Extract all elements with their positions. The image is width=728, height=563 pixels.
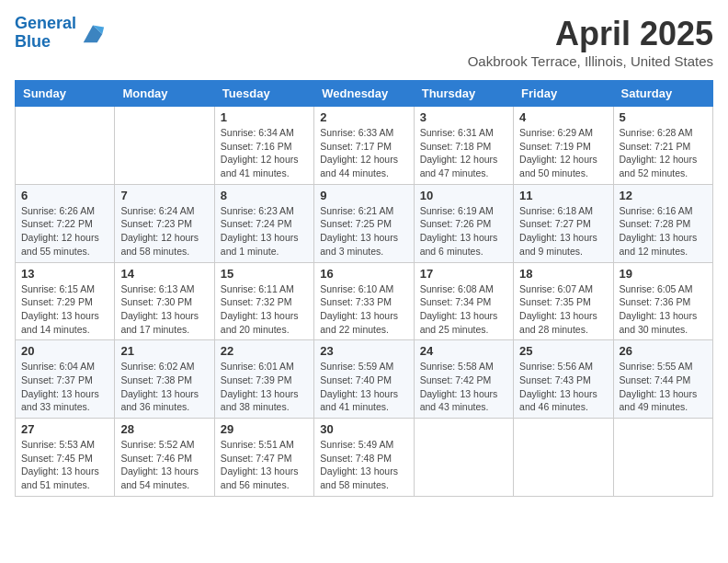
- day-detail: Sunrise: 5:53 AMSunset: 7:45 PMDaylight:…: [21, 438, 108, 492]
- day-number: 9: [320, 189, 407, 202]
- week-row-2: 6Sunrise: 6:26 AMSunset: 7:22 PMDaylight…: [16, 184, 713, 262]
- day-detail: Sunrise: 6:02 AMSunset: 7:38 PMDaylight:…: [120, 360, 208, 414]
- calendar-cell: 18Sunrise: 6:07 AMSunset: 7:35 PMDayligh…: [514, 262, 613, 340]
- day-number: 11: [519, 189, 607, 202]
- calendar-cell: [514, 419, 613, 497]
- day-detail: Sunrise: 6:04 AMSunset: 7:37 PMDaylight:…: [21, 360, 108, 414]
- day-number: 13: [21, 267, 108, 281]
- weekday-header-thursday: Thursday: [414, 81, 513, 107]
- subtitle: Oakbrook Terrace, Illinois, United State…: [468, 53, 713, 69]
- day-number: 23: [320, 344, 407, 358]
- calendar-cell: 14Sunrise: 6:13 AMSunset: 7:30 PMDayligh…: [115, 262, 214, 340]
- calendar-cell: 22Sunrise: 6:01 AMSunset: 7:39 PMDayligh…: [214, 340, 313, 419]
- day-detail: Sunrise: 6:05 AMSunset: 7:36 PMDaylight:…: [620, 282, 707, 337]
- calendar-cell: 6Sunrise: 6:26 AMSunset: 7:22 PMDaylight…: [16, 184, 115, 262]
- day-number: 5: [620, 110, 707, 124]
- week-row-1: 1Sunrise: 6:34 AMSunset: 7:16 PMDaylight…: [16, 107, 713, 185]
- day-detail: Sunrise: 6:34 AMSunset: 7:16 PMDaylight:…: [221, 126, 308, 180]
- day-detail: Sunrise: 6:11 AMSunset: 7:32 PMDaylight:…: [221, 282, 308, 337]
- calendar-cell: [414, 419, 513, 497]
- day-detail: Sunrise: 6:21 AMSunset: 7:25 PMDaylight:…: [320, 204, 407, 259]
- day-detail: Sunrise: 6:10 AMSunset: 7:33 PMDaylight:…: [320, 282, 407, 337]
- day-number: 4: [519, 110, 607, 124]
- calendar-cell: 21Sunrise: 6:02 AMSunset: 7:38 PMDayligh…: [115, 340, 214, 419]
- day-number: 26: [620, 344, 707, 358]
- day-number: 24: [420, 344, 507, 358]
- day-detail: Sunrise: 6:08 AMSunset: 7:34 PMDaylight:…: [420, 282, 507, 337]
- calendar-cell: [115, 107, 214, 185]
- calendar-cell: 29Sunrise: 5:51 AMSunset: 7:47 PMDayligh…: [214, 419, 313, 497]
- calendar-cell: 9Sunrise: 6:21 AMSunset: 7:25 PMDaylight…: [314, 184, 414, 262]
- day-detail: Sunrise: 6:01 AMSunset: 7:39 PMDaylight:…: [221, 360, 308, 414]
- day-number: 21: [120, 344, 208, 358]
- calendar-cell: 10Sunrise: 6:19 AMSunset: 7:26 PMDayligh…: [414, 184, 513, 262]
- day-number: 10: [420, 189, 507, 202]
- calendar-cell: 23Sunrise: 5:59 AMSunset: 7:40 PMDayligh…: [314, 340, 414, 419]
- calendar-cell: 13Sunrise: 6:15 AMSunset: 7:29 PMDayligh…: [16, 262, 115, 340]
- day-detail: Sunrise: 6:24 AMSunset: 7:23 PMDaylight:…: [120, 204, 208, 259]
- title-block: April 2025 Oakbrook Terrace, Illinois, U…: [468, 15, 713, 69]
- calendar-cell: 30Sunrise: 5:49 AMSunset: 7:48 PMDayligh…: [314, 419, 414, 497]
- calendar-cell: 17Sunrise: 6:08 AMSunset: 7:34 PMDayligh…: [414, 262, 513, 340]
- day-detail: Sunrise: 6:07 AMSunset: 7:35 PMDaylight:…: [519, 282, 607, 337]
- calendar-cell: 8Sunrise: 6:23 AMSunset: 7:24 PMDaylight…: [214, 184, 313, 262]
- logo: General Blue: [15, 15, 106, 52]
- day-number: 17: [420, 267, 507, 281]
- day-detail: Sunrise: 5:59 AMSunset: 7:40 PMDaylight:…: [320, 360, 407, 414]
- day-detail: Sunrise: 5:49 AMSunset: 7:48 PMDaylight:…: [320, 438, 407, 492]
- day-number: 30: [320, 422, 407, 436]
- day-number: 14: [120, 267, 208, 281]
- calendar-cell: 24Sunrise: 5:58 AMSunset: 7:42 PMDayligh…: [414, 340, 513, 419]
- calendar-cell: 5Sunrise: 6:28 AMSunset: 7:21 PMDaylight…: [613, 107, 712, 185]
- main-title: April 2025: [468, 15, 713, 53]
- calendar-table: SundayMondayTuesdayWednesdayThursdayFrid…: [15, 80, 713, 497]
- day-number: 29: [221, 422, 308, 436]
- day-number: 1: [221, 110, 308, 124]
- day-number: 19: [620, 267, 707, 281]
- weekday-header-tuesday: Tuesday: [214, 81, 313, 107]
- calendar-cell: [16, 107, 115, 185]
- day-detail: Sunrise: 5:51 AMSunset: 7:47 PMDaylight:…: [221, 438, 308, 492]
- day-number: 7: [120, 189, 208, 202]
- day-number: 20: [21, 344, 108, 358]
- page-header: General Blue April 2025 Oakbrook Terrace…: [15, 15, 713, 69]
- day-number: 28: [120, 422, 208, 436]
- day-detail: Sunrise: 5:52 AMSunset: 7:46 PMDaylight:…: [120, 438, 208, 492]
- calendar-cell: 20Sunrise: 6:04 AMSunset: 7:37 PMDayligh…: [16, 340, 115, 419]
- calendar-cell: 15Sunrise: 6:11 AMSunset: 7:32 PMDayligh…: [214, 262, 313, 340]
- week-row-5: 27Sunrise: 5:53 AMSunset: 7:45 PMDayligh…: [16, 419, 713, 497]
- calendar-cell: 3Sunrise: 6:31 AMSunset: 7:18 PMDaylight…: [414, 107, 513, 185]
- calendar-cell: 19Sunrise: 6:05 AMSunset: 7:36 PMDayligh…: [613, 262, 712, 340]
- calendar-cell: 12Sunrise: 6:16 AMSunset: 7:28 PMDayligh…: [613, 184, 712, 262]
- calendar-cell: 4Sunrise: 6:29 AMSunset: 7:19 PMDaylight…: [514, 107, 613, 185]
- day-detail: Sunrise: 6:18 AMSunset: 7:27 PMDaylight:…: [519, 204, 607, 259]
- week-row-4: 20Sunrise: 6:04 AMSunset: 7:37 PMDayligh…: [16, 340, 713, 419]
- day-detail: Sunrise: 6:13 AMSunset: 7:30 PMDaylight:…: [120, 282, 208, 337]
- day-detail: Sunrise: 6:19 AMSunset: 7:26 PMDaylight:…: [420, 204, 507, 259]
- weekday-header-row: SundayMondayTuesdayWednesdayThursdayFrid…: [16, 81, 713, 107]
- day-detail: Sunrise: 5:55 AMSunset: 7:44 PMDaylight:…: [620, 360, 707, 414]
- day-number: 18: [519, 267, 607, 281]
- day-number: 16: [320, 267, 407, 281]
- weekday-header-sunday: Sunday: [16, 81, 115, 107]
- calendar-cell: 7Sunrise: 6:24 AMSunset: 7:23 PMDaylight…: [115, 184, 214, 262]
- calendar-cell: 16Sunrise: 6:10 AMSunset: 7:33 PMDayligh…: [314, 262, 414, 340]
- day-detail: Sunrise: 6:29 AMSunset: 7:19 PMDaylight:…: [519, 126, 607, 180]
- day-number: 15: [221, 267, 308, 281]
- day-number: 22: [221, 344, 308, 358]
- weekday-header-monday: Monday: [115, 81, 214, 107]
- day-detail: Sunrise: 6:16 AMSunset: 7:28 PMDaylight:…: [620, 204, 707, 259]
- calendar-cell: 26Sunrise: 5:55 AMSunset: 7:44 PMDayligh…: [613, 340, 712, 419]
- day-number: 2: [320, 110, 407, 124]
- calendar-cell: 25Sunrise: 5:56 AMSunset: 7:43 PMDayligh…: [514, 340, 613, 419]
- day-detail: Sunrise: 6:15 AMSunset: 7:29 PMDaylight:…: [21, 282, 108, 337]
- calendar-cell: 11Sunrise: 6:18 AMSunset: 7:27 PMDayligh…: [514, 184, 613, 262]
- weekday-header-wednesday: Wednesday: [314, 81, 414, 107]
- calendar-cell: 2Sunrise: 6:33 AMSunset: 7:17 PMDaylight…: [314, 107, 414, 185]
- calendar-cell: [613, 419, 712, 497]
- calendar-cell: 28Sunrise: 5:52 AMSunset: 7:46 PMDayligh…: [115, 419, 214, 497]
- day-number: 25: [519, 344, 607, 358]
- logo-icon: [80, 20, 106, 46]
- calendar-cell: 1Sunrise: 6:34 AMSunset: 7:16 PMDaylight…: [214, 107, 313, 185]
- day-number: 3: [420, 110, 507, 124]
